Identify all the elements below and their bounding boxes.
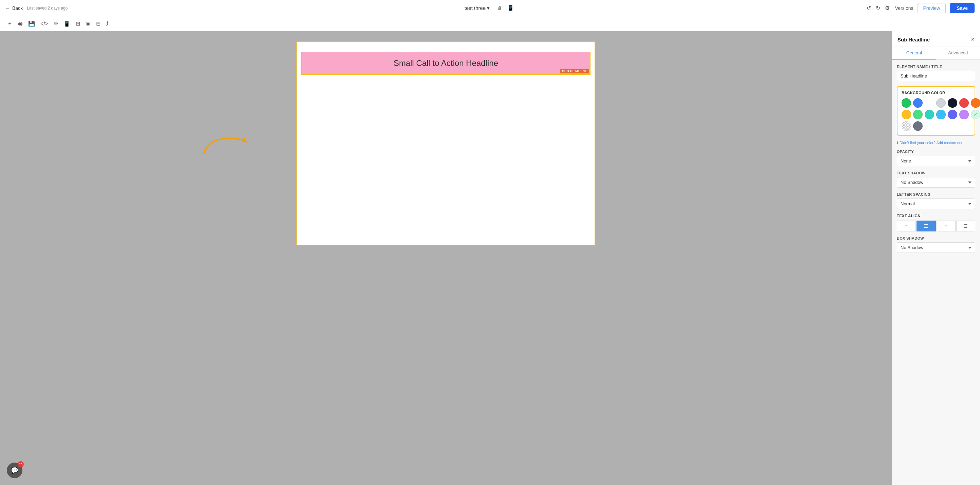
desktop-icon[interactable]: 🖥 <box>495 3 503 13</box>
color-grid: ✓ <box>902 98 970 131</box>
color-swatch-yellow[interactable] <box>902 110 911 119</box>
canvas-frame: Small Call to Action Headline SUB HEADLI… <box>296 41 595 246</box>
right-panel: Sub Headline × General Advanced Element … <box>892 31 980 485</box>
box-shadow-label: Box Shadow <box>897 236 975 240</box>
color-swatch-red[interactable] <box>959 98 969 108</box>
panel-content: Element Name / Title BACKGROUND COLOR <box>892 60 980 485</box>
saved-status: Last saved 2 days ago <box>27 6 68 11</box>
top-bar: ← Back Last saved 2 days ago test three … <box>0 0 980 16</box>
main-layout: Small Call to Action Headline SUB HEADLI… <box>0 31 980 485</box>
headline-block[interactable]: Small Call to Action Headline SUB HEADLI… <box>301 52 590 75</box>
chat-widget[interactable]: 💬 16 <box>7 463 22 478</box>
sub-headline-badge: SUB HEADLINE <box>560 69 589 73</box>
grid-icon[interactable]: ⊞ <box>74 19 82 29</box>
page-name[interactable]: test three ▾ <box>465 5 490 11</box>
color-swatch-transparent[interactable] <box>902 121 911 131</box>
color-swatch-teal[interactable] <box>925 110 934 119</box>
color-swatch-dark-gray[interactable] <box>913 121 923 131</box>
panel-tabs: General Advanced <box>892 47 980 60</box>
versions-button[interactable]: Versions <box>895 5 913 11</box>
save-button[interactable]: Save <box>950 3 975 13</box>
add-icon[interactable]: ＋ <box>5 18 14 29</box>
color-swatch-checkmark[interactable]: ✓ <box>971 110 980 119</box>
device-switcher: 🖥 📱 <box>495 3 515 13</box>
opacity-label: Opacity <box>897 150 975 154</box>
color-swatch-green[interactable] <box>902 98 911 108</box>
panel-header: Sub Headline × <box>892 31 980 47</box>
color-swatch-purple[interactable] <box>959 110 969 119</box>
headline-text: Small Call to Action Headline <box>394 59 498 68</box>
layout-icon[interactable]: ▣ <box>84 19 92 29</box>
top-bar-center: test three ▾ 🖥 📱 <box>465 3 516 13</box>
arrow-annotation <box>197 120 251 162</box>
svg-marker-0 <box>242 137 247 143</box>
bg-color-title: BACKGROUND COLOR <box>902 91 970 95</box>
align-left-button[interactable]: ≡ <box>897 220 916 231</box>
color-picker-box: BACKGROUND COLOR <box>897 86 975 136</box>
tab-general[interactable]: General <box>892 47 936 59</box>
text-align-label: TEXT ALIGN <box>897 214 975 218</box>
chat-icon: 💬 <box>11 467 18 474</box>
color-swatch-sky[interactable] <box>936 110 946 119</box>
letter-spacing-label: Letter Spacing <box>897 192 975 196</box>
color-swatch-light-gray[interactable] <box>936 98 946 108</box>
align-right-button[interactable]: ≡ <box>937 220 956 231</box>
undo-button[interactable]: ↺ <box>865 3 872 13</box>
code-icon[interactable]: </> <box>39 19 50 29</box>
back-arrow-icon: ← <box>5 5 10 11</box>
mobile-icon[interactable]: 📱 <box>506 3 515 13</box>
text-shadow-label: Text Shadow <box>897 171 975 175</box>
color-swatch-blue[interactable] <box>913 98 923 108</box>
text-shadow-select[interactable]: No Shadow <box>897 177 975 188</box>
element-name-input[interactable] <box>897 71 975 81</box>
top-bar-right: ↺ ↻ ⚙ Versions Preview Save <box>865 3 975 13</box>
tab-advanced[interactable]: Advanced <box>936 47 980 59</box>
section-icon[interactable]: ⊟ <box>94 19 102 29</box>
top-bar-left: ← Back Last saved 2 days ago <box>5 5 68 11</box>
mobile-view-icon[interactable]: 📱 <box>62 19 72 29</box>
panel-title: Sub Headline <box>897 37 930 43</box>
back-label: Back <box>12 5 23 11</box>
toolbar: ＋ ◉ 💾 </> ✏ 📱 ⊞ ▣ ⊟ ⤴ <box>0 16 980 31</box>
color-swatch-mint[interactable] <box>913 110 923 119</box>
info-icon: ℹ <box>897 140 898 145</box>
canvas-area[interactable]: Small Call to Action Headline SUB HEADLI… <box>0 31 892 485</box>
letter-spacing-select[interactable]: Normal <box>897 198 975 209</box>
panel-close-button[interactable]: × <box>971 36 975 43</box>
align-justify-button[interactable]: ☰ <box>956 220 975 231</box>
export-icon[interactable]: ⤴ <box>104 19 110 29</box>
color-swatch-empty <box>925 98 934 108</box>
color-swatch-indigo[interactable] <box>948 110 957 119</box>
redo-button[interactable]: ↻ <box>874 3 881 13</box>
save-template-icon[interactable]: 💾 <box>27 19 37 29</box>
box-shadow-select[interactable]: No Shadow <box>897 242 975 253</box>
color-swatch-black[interactable] <box>948 98 957 108</box>
element-name-label: Element Name / Title <box>897 65 975 69</box>
history-controls: ↺ ↻ ⚙ <box>865 3 891 13</box>
edit-icon[interactable]: ✏ <box>52 19 60 29</box>
color-swatch-orange[interactable] <box>971 98 980 108</box>
chevron-down-icon: ▾ <box>487 5 490 11</box>
layers-icon[interactable]: ◉ <box>16 19 24 29</box>
settings-icon[interactable]: ⚙ <box>884 3 891 13</box>
chat-badge: 16 <box>18 461 24 467</box>
opacity-select[interactable]: None <box>897 156 975 166</box>
headline-content: Small Call to Action Headline SUB HEADLI… <box>302 52 590 74</box>
align-buttons: ≡ ☰ ≡ ☰ <box>897 220 975 231</box>
preview-button[interactable]: Preview <box>918 3 946 13</box>
custom-color-hint[interactable]: ℹ Didn't find your color? Add custom one… <box>897 140 975 145</box>
align-center-button[interactable]: ☰ <box>916 220 935 231</box>
back-button[interactable]: ← Back <box>5 5 23 11</box>
